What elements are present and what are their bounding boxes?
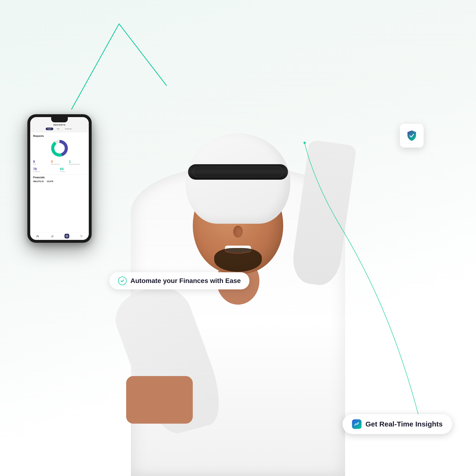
phone-tab-financial[interactable]: Financial: [63, 128, 73, 130]
insights-badge: Get Real-Time Insights: [342, 414, 452, 434]
agal: [188, 164, 288, 180]
smile: [222, 242, 254, 254]
fin-amount-2: 13,079: [47, 180, 53, 183]
req-item-draft: 9 Draft: [33, 160, 50, 165]
insights-badge-text: Get Real-Time Insights: [365, 420, 443, 428]
req-pending-label: Pending Approval: [69, 164, 86, 165]
req-item-completed: 78 Completed: [33, 167, 59, 172]
phone-frame: REPORTS Dash VAT Financial Requests: [27, 114, 92, 243]
req-process-label: Process: [60, 171, 86, 172]
financials-section: Financials 356,075.31 13,079: [33, 174, 86, 183]
donut-chart: [33, 139, 86, 158]
nav-settings[interactable]: [79, 234, 84, 238]
phone-tabs: Dash VAT Financial: [33, 128, 86, 130]
req-completed-number: 78: [33, 167, 59, 171]
phone-notch: [51, 117, 68, 122]
req-draft-number: 9: [33, 160, 50, 164]
hand: [126, 376, 193, 424]
svg-rect-4: [51, 236, 52, 237]
phone-bottom-nav: [30, 232, 89, 240]
phone-tab-dash[interactable]: Dash: [46, 128, 53, 130]
phone-screen: REPORTS Dash VAT Financial Requests: [30, 117, 89, 240]
shield-card: [400, 124, 424, 148]
req-pending-number: 1: [69, 160, 86, 164]
fin-amount-1: 356,075.31: [33, 180, 44, 183]
nav-reports[interactable]: [65, 234, 69, 238]
req-item-pending: 1 Pending Approval: [69, 160, 86, 165]
req-rework-number: 0: [51, 160, 68, 164]
keffiyeh-drape: [290, 139, 357, 288]
requests-grid-2: 78 Completed 65 Process: [33, 167, 86, 172]
automate-badge: Automate your Finances with Ease: [109, 272, 249, 289]
req-process-number: 65: [60, 167, 86, 171]
requests-title: Requests: [33, 135, 86, 137]
phone-mockup: REPORTS Dash VAT Financial Requests: [27, 114, 96, 243]
nose: [233, 226, 243, 238]
shield-check-icon: [405, 129, 418, 142]
requests-grid: 9 Draft 0 Need Rework 1 Pending Approval: [33, 160, 86, 165]
svg-point-3: [54, 143, 65, 153]
main-scene: REPORTS Dash VAT Financial Requests: [0, 0, 476, 476]
phone-content: Requests 9: [30, 132, 89, 232]
phone-tab-vat[interactable]: VAT: [55, 128, 62, 130]
geometric-decoration: [60, 19, 178, 114]
check-circle-icon: [118, 276, 127, 285]
person-body: [107, 119, 369, 476]
financials-title: Financials: [33, 176, 86, 179]
agal-inner: [193, 167, 283, 177]
chart-up-icon: [352, 419, 361, 429]
automate-badge-text: Automate your Finances with Ease: [130, 277, 241, 285]
svg-rect-5: [52, 235, 52, 237]
req-draft-label: Draft: [33, 164, 50, 165]
svg-rect-6: [53, 235, 53, 237]
nav-home[interactable]: [35, 234, 40, 238]
req-item-rework: 0 Need Rework: [51, 160, 68, 165]
req-item-process: 65 Process: [60, 167, 86, 172]
nav-chart[interactable]: [50, 234, 54, 238]
req-rework-label: Need Rework: [51, 164, 68, 165]
phone-reports-title: REPORTS: [33, 124, 86, 126]
req-completed-label: Completed: [33, 171, 59, 172]
svg-point-10: [81, 236, 82, 237]
financials-row: 356,075.31 13,079: [33, 180, 86, 183]
